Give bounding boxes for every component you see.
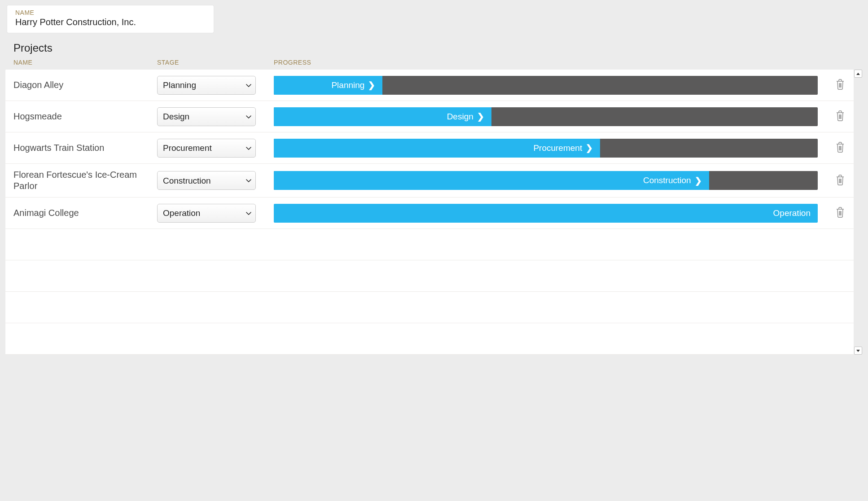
delete-cell [827, 108, 854, 125]
project-name: Diagon Alley [13, 79, 157, 91]
project-row: Hogsmeade PlanningDesignProcurementConst… [5, 101, 854, 132]
project-row-empty [5, 323, 854, 355]
project-name: Hogsmeade [13, 111, 157, 122]
progress-bar: Planning ❯ [274, 76, 818, 95]
project-row-empty [5, 292, 854, 323]
progress-fill: Operation [274, 204, 818, 223]
progress-bar: Procurement ❯ [274, 139, 818, 158]
delete-row-button[interactable] [833, 205, 847, 221]
stage-select[interactable]: PlanningDesignProcurementConstructionOpe… [157, 204, 256, 223]
projects-column-headers: NAME STAGE PROGRESS [5, 59, 863, 70]
delete-row-button[interactable] [833, 140, 847, 156]
progress-stage-label: Planning [331, 80, 364, 90]
company-name-label: NAME [15, 9, 206, 16]
progress-fill: Planning ❯ [274, 76, 382, 95]
project-row-empty [5, 260, 854, 292]
delete-row-button[interactable] [833, 77, 847, 93]
stage-select[interactable]: PlanningDesignProcurementConstructionOpe… [157, 139, 256, 158]
progress-cell: Construction ❯ [274, 171, 827, 190]
progress-fill: Construction ❯ [274, 171, 709, 190]
chevron-right-icon: ❯ [586, 144, 593, 152]
delete-row-button[interactable] [833, 108, 847, 125]
delete-row-button[interactable] [833, 172, 847, 189]
delete-cell [827, 77, 854, 93]
project-row: Hogwarts Train Station PlanningDesignPro… [5, 132, 854, 164]
chevron-down-icon [856, 350, 860, 352]
projects-list-wrap: Diagon Alley PlanningDesignProcurementCo… [5, 70, 863, 355]
column-header-name: NAME [13, 59, 157, 66]
column-header-stage: STAGE [157, 59, 274, 66]
project-row: Florean Fortescue's Ice-Cream Parlor Pla… [5, 164, 854, 198]
delete-cell [827, 172, 854, 189]
scroll-up-button[interactable] [854, 70, 862, 78]
chevron-up-icon [856, 73, 860, 75]
trash-icon [835, 141, 845, 153]
stage-select-wrap: PlanningDesignProcurementConstructionOpe… [157, 204, 256, 223]
progress-bar: Operation [274, 204, 818, 223]
project-name: Florean Fortescue's Ice-Cream Parlor [13, 169, 157, 192]
trash-icon [835, 79, 845, 90]
stage-select[interactable]: PlanningDesignProcurementConstructionOpe… [157, 107, 256, 126]
delete-cell [827, 205, 854, 221]
stage-select-wrap: PlanningDesignProcurementConstructionOpe… [157, 171, 256, 190]
progress-bar: Construction ❯ [274, 171, 818, 190]
projects-list: Diagon Alley PlanningDesignProcurementCo… [5, 70, 854, 355]
scroll-down-button[interactable] [854, 347, 862, 355]
progress-cell: Operation [274, 204, 827, 223]
progress-stage-label: Construction [643, 176, 691, 185]
project-name: Hogwarts Train Station [13, 142, 157, 154]
stage-select[interactable]: PlanningDesignProcurementConstructionOpe… [157, 171, 256, 190]
chevron-right-icon: ❯ [695, 176, 702, 185]
project-name: Animagi College [13, 207, 157, 219]
project-row: Animagi College PlanningDesignProcuremen… [5, 198, 854, 229]
progress-cell: Procurement ❯ [274, 139, 827, 158]
progress-stage-label: Procurement [533, 143, 582, 153]
company-name-card: NAME Harry Potter Construction, Inc. [7, 5, 214, 33]
scroll-rail [854, 70, 863, 355]
trash-icon [835, 174, 845, 186]
progress-stage-label: Design [447, 112, 473, 122]
company-name-value: Harry Potter Construction, Inc. [15, 17, 206, 27]
section-title-projects: Projects [13, 42, 863, 54]
progress-stage-label: Operation [773, 208, 811, 218]
column-header-progress: PROGRESS [274, 59, 827, 66]
chevron-right-icon: ❯ [477, 112, 484, 121]
stage-select[interactable]: PlanningDesignProcurementConstructionOpe… [157, 76, 256, 95]
project-row: Diagon Alley PlanningDesignProcurementCo… [5, 70, 854, 101]
progress-fill: Procurement ❯ [274, 139, 600, 158]
stage-select-wrap: PlanningDesignProcurementConstructionOpe… [157, 107, 256, 126]
progress-cell: Design ❯ [274, 107, 827, 126]
stage-select-wrap: PlanningDesignProcurementConstructionOpe… [157, 76, 256, 95]
stage-select-wrap: PlanningDesignProcurementConstructionOpe… [157, 139, 256, 158]
delete-cell [827, 140, 854, 156]
trash-icon [835, 110, 845, 122]
trash-icon [835, 207, 845, 218]
project-row-empty [5, 229, 854, 260]
progress-bar: Design ❯ [274, 107, 818, 126]
progress-cell: Planning ❯ [274, 76, 827, 95]
chevron-right-icon: ❯ [368, 81, 375, 89]
progress-fill: Design ❯ [274, 107, 491, 126]
